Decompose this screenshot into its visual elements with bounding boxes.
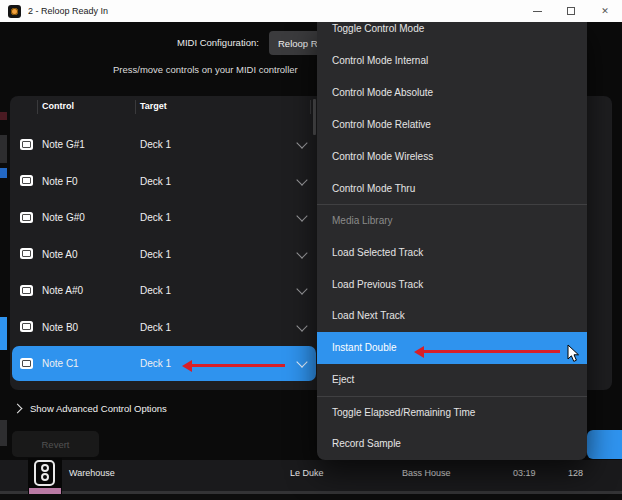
midi-indicator-icon[interactable] (20, 175, 33, 186)
minimize-icon (533, 11, 542, 12)
target-action-menu: Toggle Control Mode Control Mode Interna… (317, 22, 587, 460)
menu-item[interactable]: Control Mode Relative (317, 109, 587, 141)
album-art (28, 458, 62, 494)
revert-button[interactable]: Revert (12, 431, 99, 457)
midi-configuration-label: MIDI Configuration: (177, 37, 259, 48)
advanced-options-label: Show Advanced Control Options (30, 403, 167, 414)
annotation-arrow (191, 364, 285, 367)
row-target-value: Deck 1 (140, 285, 171, 296)
row-control-value: Note A0 (42, 248, 78, 259)
column-divider (37, 100, 38, 114)
row-target-value: Deck 1 (140, 248, 171, 259)
background-app-sliver (0, 112, 7, 120)
menu-item[interactable]: Control Mode Thru (317, 172, 587, 204)
track-title: Warehouse (69, 468, 115, 478)
menu-item[interactable]: Instant Double (317, 332, 587, 364)
background-app-sliver (0, 168, 7, 178)
background-app-sliver (0, 135, 7, 163)
row-control-value: Note C1 (42, 358, 79, 369)
menu-item[interactable]: Load Previous Track (317, 268, 587, 300)
background-app-sliver (0, 317, 7, 350)
chevron-down-icon[interactable] (296, 247, 307, 258)
window-title: 2 - Reloop Ready In (28, 6, 108, 16)
annotation-arrow (423, 350, 560, 353)
window-controls: ✕ (520, 0, 622, 22)
album-art-detail (41, 464, 49, 472)
track-artist: Le Duke (290, 468, 324, 478)
close-icon: ✕ (601, 7, 609, 16)
column-header-control[interactable]: Control (42, 101, 74, 111)
album-art-detail (41, 473, 49, 481)
midi-indicator-icon[interactable] (20, 358, 33, 369)
menu-item[interactable]: Control Mode Internal (317, 45, 587, 77)
app-icon (8, 5, 21, 18)
chevron-down-icon[interactable] (296, 174, 307, 185)
row-target-value: Deck 1 (140, 212, 171, 223)
menu-items: Toggle Control Mode Control Mode Interna… (317, 22, 587, 459)
menu-item[interactable]: Load Selected Track (317, 236, 587, 268)
background-app-sliver (0, 420, 7, 446)
midi-indicator-icon[interactable] (20, 139, 33, 150)
track-bpm: 128 (568, 468, 583, 478)
track-genre: Bass House (402, 468, 451, 478)
mouse-cursor (567, 344, 580, 363)
menu-item[interactable]: Load Next Track (317, 300, 587, 332)
midi-indicator-icon[interactable] (20, 285, 33, 296)
row-control-value: Note G#1 (42, 139, 85, 150)
row-target-value: Deck 1 (140, 321, 171, 332)
menu-item[interactable]: Control Mode Wireless (317, 141, 587, 173)
chevron-down-icon[interactable] (296, 211, 307, 222)
track-list-background (0, 494, 622, 500)
midi-indicator-icon[interactable] (20, 248, 33, 259)
column-header-target[interactable]: Target (140, 101, 167, 111)
album-art-frame (34, 460, 55, 486)
midi-indicator-icon[interactable] (20, 212, 33, 223)
menu-item[interactable]: Toggle Control Mode (317, 22, 587, 45)
column-divider (135, 100, 136, 114)
menu-item[interactable]: Record Sample (317, 428, 587, 460)
show-advanced-options-toggle[interactable]: Show Advanced Control Options (14, 400, 167, 416)
chevron-right-icon (13, 403, 23, 413)
row-target-value: Deck 1 (140, 358, 171, 369)
chevron-down-icon[interactable] (296, 138, 307, 149)
column-divider (310, 100, 311, 114)
maximize-icon (567, 7, 575, 15)
title-bar: 2 - Reloop Ready In ✕ (0, 0, 622, 22)
row-control-value: Note G#0 (42, 212, 85, 223)
close-button[interactable]: ✕ (588, 0, 622, 22)
maximize-button[interactable] (554, 0, 588, 22)
track-duration: 03:19 (513, 468, 536, 478)
done-button[interactable] (587, 430, 622, 459)
menu-item[interactable]: Toggle Elapsed/Remaining Time (317, 396, 587, 428)
album-art-detail (29, 488, 61, 494)
menu-item[interactable]: Eject (317, 364, 587, 396)
row-control-value: Note B0 (42, 321, 78, 332)
row-target-value: Deck 1 (140, 175, 171, 186)
chevron-down-icon[interactable] (296, 284, 307, 295)
row-target-value: Deck 1 (140, 139, 171, 150)
minimize-button[interactable] (520, 0, 554, 22)
instruction-text: Press/move controls on your MIDI control… (113, 64, 298, 75)
menu-item[interactable]: Control Mode Absolute (317, 77, 587, 109)
chevron-down-icon[interactable] (296, 320, 307, 331)
row-control-value: Note A#0 (42, 285, 83, 296)
row-control-value: Note F0 (42, 175, 78, 186)
menu-section-header: Media Library (317, 204, 587, 236)
midi-indicator-icon[interactable] (20, 321, 33, 332)
